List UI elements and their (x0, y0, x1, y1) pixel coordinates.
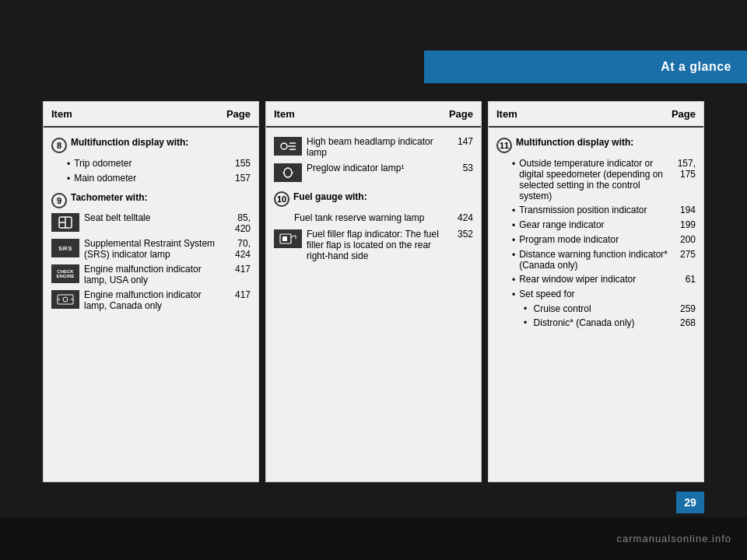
bullet-dot: • (67, 173, 70, 184)
section-10-heading: 10 Fuel gauge with: (274, 191, 473, 207)
list-item: CHECK ENGINE Engine malfunction indicato… (51, 264, 251, 285)
seatbelt-content: Seat belt telltale 85,420 (84, 212, 251, 234)
list-item: • Distronic* (Canada only) 268 (496, 316, 696, 330)
page-number-badge: 29 (676, 492, 704, 513)
list-item: • Distance warning function indicator* (… (496, 247, 696, 272)
bullet-dot: • (512, 235, 515, 246)
col1-body: 8 Multifunction display with: • Trip odo… (44, 128, 258, 320)
bullet-dot: • (67, 159, 70, 170)
list-item: Preglow indicator lamp¹ 53 (274, 163, 473, 182)
svg-point-11 (284, 168, 292, 177)
list-item: Fuel filler flap indicator: The fuel fil… (274, 229, 473, 261)
page-number: 29 (684, 496, 696, 509)
list-item: Seat belt telltale 85,420 (51, 212, 251, 234)
site-logo: carmanualsonline.info (617, 533, 731, 544)
col2-header-item: Item (274, 108, 295, 120)
bullet-dot: • (512, 289, 515, 300)
col1-header-page: Page (226, 108, 251, 120)
list-item: • Main odometer 157 (51, 171, 251, 186)
engine-canada-icon (51, 290, 79, 309)
gear-range-page: 199 (668, 219, 696, 230)
rear-wiper-label: Rear window wiper indicator (519, 274, 636, 285)
engine-malfunction-usa-label: Engine malfunction indicator lamp, USA o… (84, 264, 223, 285)
outside-temp-page: 157,175 (668, 158, 696, 180)
panel-header-col1: Item Page (44, 102, 258, 128)
highbeam-page: 147 (446, 136, 473, 147)
list-item: • Transmission position indicator 194 (496, 203, 696, 218)
preglow-label: Preglow indicator lamp¹ (307, 163, 446, 173)
svg-point-4 (63, 297, 68, 302)
srs-content: Supplemental Restraint System (SRS) indi… (84, 238, 251, 260)
content-area: Item Page 8 Multifunction display with: … (43, 101, 704, 482)
panel-header-col2: Item Page (266, 102, 481, 128)
seatbelt-page: 85,420 (223, 212, 251, 234)
svg-point-7 (281, 143, 287, 149)
trip-odometer-page: 155 (223, 158, 251, 169)
check-engine-usa-content: Engine malfunction indicator lamp, USA o… (84, 264, 251, 285)
section-9-num: 9 (51, 193, 67, 208)
set-speed-label: Set speed for (519, 289, 574, 299)
engine-canada-content: Engine malfunction indicator lamp, Canad… (84, 289, 251, 311)
seatbelt-icon (51, 213, 79, 232)
distronic-label: Distronic* (Canada only) (534, 317, 635, 328)
col3-header-page: Page (672, 108, 696, 120)
list-item: • Cruise control 259 (496, 302, 696, 316)
check-engine-usa-icon: CHECK ENGINE (51, 264, 79, 283)
main-odometer-page: 157 (223, 173, 251, 184)
fuel-tank-label: Fuel tank reserve warning lamp (294, 212, 424, 223)
bullet-dot: • (524, 317, 527, 328)
transmission-label: Transmission position indicator (519, 205, 647, 215)
list-item: • Set speed for (496, 287, 696, 302)
srs-label: Supplemental Restraint System (SRS) indi… (84, 238, 223, 260)
srs-icon: SRS (51, 239, 79, 257)
fuel-filler-label: Fuel filler flap indicator: The fuel fil… (307, 229, 446, 261)
srs-page: 70,424 (223, 238, 251, 260)
section-10-title: Fuel gauge with: (293, 191, 367, 202)
section-11-heading: 11 Multifunction display with: (496, 137, 696, 153)
svg-line-18 (291, 236, 294, 237)
list-item: • Rear window wiper indicator 61 (496, 272, 696, 287)
program-mode-page: 200 (668, 234, 696, 245)
distance-warning-page: 275 (668, 249, 696, 260)
preglow-content: Preglow indicator lamp¹ 53 (307, 163, 473, 173)
bottom-bar: carmanualsonline.info (0, 517, 747, 560)
gear-range-label: Gear range indicator (519, 219, 604, 230)
engine-malfunction-canada-page: 417 (223, 289, 251, 300)
distance-warning-label: Distance warning function indicator* (Ca… (519, 249, 668, 271)
list-item: • Program mode indicator 200 (496, 233, 696, 247)
section-10-num: 10 (274, 191, 289, 207)
fuel-tank-page: 424 (446, 212, 473, 223)
cruise-control-page: 259 (668, 303, 696, 314)
section-11-num: 11 (496, 138, 512, 153)
bullet-dot: • (512, 275, 515, 285)
bullet-dot: • (512, 205, 515, 216)
list-item: • Outside temperature indicator or digit… (496, 156, 696, 203)
section-8-title: Multifunction display with: (71, 137, 188, 148)
panel-col2: Item Page High beam headlamp indicator l… (265, 101, 482, 482)
transmission-page: 194 (668, 205, 696, 215)
engine-malfunction-canada-label: Engine malfunction indicator lamp, Canad… (84, 289, 223, 311)
list-item: High beam headlamp indicator lamp 147 (274, 136, 473, 158)
panel-col1: Item Page 8 Multifunction display with: … (43, 101, 259, 482)
section-11-title: Multifunction display with: (516, 137, 633, 148)
program-mode-label: Program mode indicator (519, 234, 619, 245)
col1-header-item: Item (51, 108, 72, 120)
header-bar: At a glance (424, 51, 747, 83)
panel-col3: Item Page 11 Multifunction display with:… (488, 101, 704, 482)
col2-header-page: Page (449, 108, 473, 120)
list-item: SRS Supplemental Restraint System (SRS) … (51, 238, 251, 260)
distronic-page: 268 (668, 317, 696, 328)
outside-temp-label: Outside temperature indicator or digital… (519, 158, 668, 201)
col2-body: High beam headlamp indicator lamp 147 (266, 128, 481, 270)
list-item: Engine malfunction indicator lamp, Canad… (51, 289, 251, 311)
highbeam-content: High beam headlamp indicator lamp 147 (307, 136, 473, 158)
section-9-heading: 9 Tachometer with: (51, 192, 251, 208)
bullet-dot: • (512, 250, 515, 261)
highbeam-label: High beam headlamp indicator lamp (307, 136, 446, 158)
svg-rect-17 (282, 236, 287, 241)
cruise-control-label: Cruise control (534, 303, 591, 314)
list-item: Fuel tank reserve warning lamp 424 (274, 210, 473, 226)
engine-malfunction-usa-page: 417 (223, 264, 251, 275)
fuel-filler-page: 352 (446, 229, 473, 240)
section-9-title: Tachometer with: (71, 192, 147, 203)
